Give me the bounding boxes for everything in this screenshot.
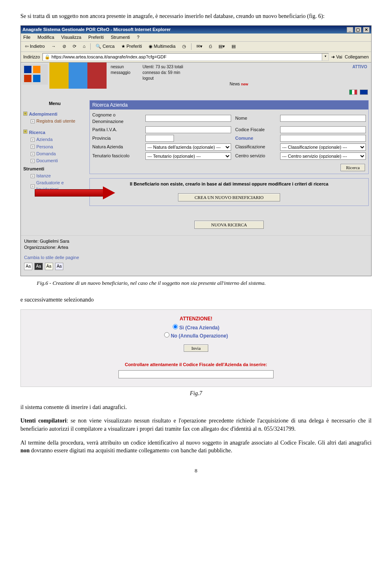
sidebar-item-registra[interactable]: Registra dati utente: [36, 118, 75, 124]
item-icon: ›: [31, 159, 35, 163]
window-title: Anagrafe Sistema Gestionale POR CReO - M…: [22, 27, 171, 33]
label-nome: Nome: [235, 115, 276, 121]
sidebar-section-adempimenti[interactable]: Adempimenti: [29, 111, 58, 117]
item-icon: ›: [31, 119, 35, 123]
label-piva: Partita I.V.A.: [92, 127, 141, 133]
ie-toolbar: ⇦ Indietro → ⊘ ⟳ ⌂ 🔍 Cerca ★ Preferiti ◉…: [21, 42, 371, 51]
logout-link[interactable]: logout: [143, 76, 183, 81]
sidebar-item-persona[interactable]: Persona: [36, 144, 53, 150]
content-area: Ricerca Azienda Cognome o Denominazione …: [89, 98, 371, 235]
input-cognome[interactable]: [145, 115, 231, 122]
stop-button[interactable]: ⊘: [61, 43, 68, 50]
maximize-button[interactable]: ▢: [355, 27, 361, 33]
label-provincia: Provincia: [92, 135, 141, 141]
print-button[interactable]: ⎙: [207, 43, 214, 50]
label-tenutario: Tenutario fascicolo: [92, 153, 141, 159]
menu-tools[interactable]: Strumenti: [111, 35, 130, 40]
search-button[interactable]: 🔍 Cerca: [94, 43, 116, 50]
invia-button[interactable]: Invia: [184, 344, 209, 352]
intro-text: Se si tratta di un soggetto non ancora p…: [20, 12, 372, 20]
label-classificazione: Classificazione: [235, 144, 276, 150]
media-button[interactable]: ◉ Multimedia: [147, 43, 177, 50]
figure6-caption: Fig.6 - Creazione di un nuovo beneficiar…: [37, 279, 372, 287]
fig7-dialog: ATTENZIONE! Sì (Crea Azienda) No (Annull…: [20, 309, 372, 387]
select-tenutario[interactable]: --- Tenutario (opzionale) ---: [145, 152, 231, 160]
new-search-button[interactable]: NUOVA RICERCA: [194, 221, 264, 229]
favorites-button[interactable]: ★ Preferiti: [120, 43, 144, 50]
item-icon: ›: [31, 138, 35, 142]
ie-window: Anagrafe Sistema Gestionale POR CReO - M…: [20, 25, 372, 276]
refresh-button[interactable]: ⟳: [71, 43, 78, 50]
cf-warning: Controllare attentamente il Codice Fisca…: [21, 362, 371, 368]
create-beneficiary-button[interactable]: CREA UN NUOVO BENEFICIARIO: [178, 193, 281, 201]
back-button[interactable]: ⇦ Indietro: [23, 43, 47, 50]
paragraph-1: il sistema consente di inserire i dati a…: [20, 403, 372, 411]
search-panel: Ricerca Azienda Cognome o Denominazione …: [89, 100, 369, 174]
discuss-button[interactable]: ▤: [230, 43, 237, 50]
item-icon: ›: [31, 152, 35, 156]
label-cognome: Cognome o Denominazione: [92, 112, 141, 125]
page-content: nessun messaggio Utenti: 73 su 323 total…: [21, 63, 371, 276]
sidebar-item-domanda[interactable]: Domanda: [36, 151, 56, 157]
sidebar-item-documenti[interactable]: Documenti: [36, 158, 58, 164]
news-label: News: [229, 82, 240, 86]
select-classificazione[interactable]: --- Classificazione (opzionale) ---: [280, 143, 366, 151]
minimize-button[interactable]: _: [347, 27, 353, 33]
expand-icon[interactable]: +: [23, 112, 27, 116]
user-name: Utente: Guglielmi Sara: [24, 238, 368, 244]
item-icon: ›: [31, 145, 35, 149]
close-button[interactable]: ✕: [363, 27, 370, 33]
cf-input[interactable]: [118, 370, 274, 378]
input-piva[interactable]: [145, 126, 231, 133]
menu-favorites[interactable]: Preferiti: [88, 35, 104, 40]
user-org: Organizzazione: Artea: [24, 244, 368, 250]
expand-icon[interactable]: +: [23, 130, 27, 134]
msg-label-2: messaggio: [111, 70, 139, 76]
select-centro[interactable]: --- Centro servizio (opzionale) ---: [280, 152, 366, 160]
attention-heading: ATTENZIONE!: [21, 315, 371, 322]
style-option-2[interactable]: Aa: [34, 263, 42, 270]
label-comune: Comune: [235, 135, 276, 141]
ricerca-button[interactable]: Ricerca: [341, 164, 365, 171]
style-option-4[interactable]: Aa: [55, 263, 63, 270]
home-button[interactable]: ⌂: [81, 43, 87, 50]
sidebar-item-istanze[interactable]: Istanze: [36, 173, 51, 179]
label-centro: Centro servizio: [235, 153, 276, 159]
sidebar-item-azienda[interactable]: Azienda: [36, 136, 53, 143]
select-natura[interactable]: --- Natura dell'azienda (opzionale) ---: [145, 143, 231, 151]
top-banner: nessun messaggio Utenti: 73 su 323 total…: [21, 63, 371, 89]
menu-file[interactable]: File: [23, 35, 31, 40]
users-count: Utenti: 73 su 323 totali: [143, 64, 183, 70]
msg-label-1: nessun: [111, 64, 139, 70]
window-controls: _ ▢ ✕: [346, 27, 370, 33]
history-button[interactable]: ◷: [180, 43, 188, 50]
radio-yes[interactable]: [173, 324, 178, 329]
input-comune[interactable]: [280, 135, 366, 142]
address-input[interactable]: 🔒 https://www.artea.toscana.it/anagrafe/…: [42, 53, 329, 61]
address-dropdown-arrow[interactable]: ▾: [322, 54, 328, 60]
annotation-arrow-icon: [8, 186, 118, 199]
menu-edit[interactable]: Modifica: [38, 35, 54, 40]
ie-titlebar: Anagrafe Sistema Gestionale POR CReO - M…: [21, 26, 371, 34]
label-no: No (Annulla Operazione): [171, 333, 228, 339]
input-nome[interactable]: [280, 115, 366, 122]
menu-help[interactable]: ?: [137, 35, 139, 40]
links-label[interactable]: Collegamen: [345, 54, 369, 60]
result-message: Il Beneficiario non esiste, crearlo in b…: [92, 181, 366, 187]
input-provincia[interactable]: [145, 135, 174, 142]
user-footer: Utente: Guglielmi Sara Organizzazione: A…: [21, 235, 371, 276]
radio-no[interactable]: [164, 332, 169, 338]
input-cf[interactable]: [280, 126, 366, 133]
style-option-3[interactable]: Aa: [45, 263, 53, 270]
address-label: Indirizzo: [23, 54, 40, 60]
panel-header: Ricerca Azienda: [90, 101, 368, 110]
sidebar: Menu +Adempimenti ›Registra dati utente …: [21, 98, 89, 201]
go-button[interactable]: ➜ Vai: [331, 54, 342, 60]
edit-button[interactable]: ▤▾: [217, 43, 227, 50]
menu-view[interactable]: Visualizza: [61, 35, 81, 40]
mail-button[interactable]: ✉▾: [195, 43, 204, 50]
sidebar-section-strumenti[interactable]: Strumenti: [23, 166, 44, 172]
style-option-1[interactable]: Aa: [24, 263, 32, 270]
sidebar-section-ricerca[interactable]: Ricerca: [29, 130, 45, 136]
forward-button[interactable]: →: [50, 43, 58, 50]
